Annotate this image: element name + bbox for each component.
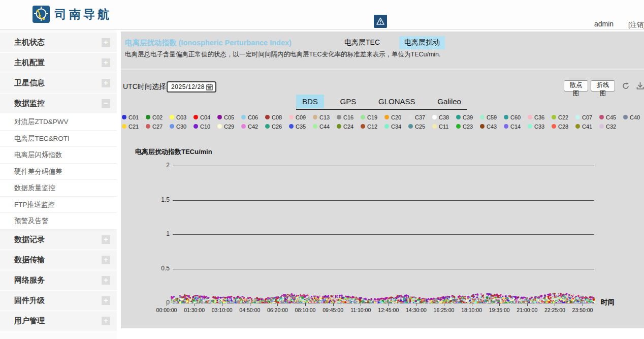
legend-item[interactable]: C26 bbox=[265, 122, 289, 130]
legend-item[interactable]: C38 bbox=[432, 113, 456, 121]
y-tick-label: 1.5 bbox=[141, 196, 170, 203]
sidebar-item[interactable]: 网络服务+ bbox=[0, 270, 117, 291]
legend-item[interactable]: C60 bbox=[504, 113, 528, 121]
legend-item[interactable]: C27 bbox=[146, 122, 170, 130]
sidebar-subitem[interactable]: 硬件差分码偏差 bbox=[0, 164, 117, 180]
calendar-icon[interactable] bbox=[206, 84, 213, 90]
legend-item[interactable]: C40 bbox=[623, 113, 644, 121]
legend-item[interactable]: C16 bbox=[337, 113, 361, 121]
legend-item[interactable]: C41 bbox=[575, 122, 599, 130]
legend-item[interactable]: C43 bbox=[480, 122, 504, 130]
sidebar-subitem[interactable]: 电离层TEC&ROTI bbox=[0, 131, 117, 147]
legend-item[interactable]: C08 bbox=[265, 113, 289, 121]
legend-item[interactable]: C42 bbox=[241, 122, 265, 130]
sidebar-item-label: 卫星信息 bbox=[14, 78, 45, 88]
legend-item[interactable]: C04 bbox=[194, 113, 217, 121]
expand-plus-icon[interactable]: + bbox=[102, 235, 110, 244]
sidebar-item[interactable]: 数据监控− bbox=[0, 94, 117, 114]
expand-plus-icon[interactable]: + bbox=[102, 38, 110, 47]
legend-item[interactable]: C28 bbox=[552, 122, 575, 130]
legend-item[interactable]: C37 bbox=[408, 113, 432, 121]
expand-plus-icon[interactable]: + bbox=[102, 79, 110, 87]
legend-color-dot bbox=[289, 115, 294, 119]
legend-item[interactable]: C29 bbox=[217, 122, 241, 130]
legend-item[interactable]: C21 bbox=[122, 122, 146, 130]
sidebar-subitem[interactable]: FTP推送监控 bbox=[0, 197, 117, 213]
refresh-icon[interactable] bbox=[622, 82, 630, 90]
sidebar-subitem[interactable]: 电离层闪烁指数 bbox=[0, 147, 117, 164]
legend-item[interactable]: C12 bbox=[361, 122, 384, 130]
legend-item[interactable]: C13 bbox=[313, 113, 337, 121]
expand-plus-icon[interactable]: + bbox=[102, 317, 110, 325]
legend-item[interactable]: C30 bbox=[170, 122, 194, 130]
line-plot-button[interactable]: 折线图 bbox=[591, 80, 615, 91]
legend-item[interactable]: C05 bbox=[217, 113, 241, 121]
sidebar-item[interactable]: 主机配置+ bbox=[0, 53, 117, 73]
legend-item[interactable]: C24 bbox=[337, 122, 361, 130]
constellation-tab[interactable]: Galileo bbox=[431, 95, 467, 108]
page-tab[interactable]: 电离层扰动 bbox=[399, 36, 445, 49]
legend-color-dot bbox=[122, 115, 126, 119]
legend-color-dot bbox=[480, 115, 485, 119]
legend-item[interactable]: C09 bbox=[289, 113, 313, 121]
legend-item[interactable]: C06 bbox=[241, 113, 265, 121]
y-axis-title: 电离层扰动指数TECu/min bbox=[135, 147, 212, 157]
sidebar-item[interactable]: 固件升级+ bbox=[0, 291, 117, 311]
expand-plus-icon[interactable]: + bbox=[102, 276, 110, 285]
expand-plus-icon[interactable]: + bbox=[102, 296, 110, 305]
sidebar-subitem[interactable]: 预警及告警 bbox=[0, 213, 117, 230]
legend-item[interactable]: C02 bbox=[146, 113, 170, 121]
warning-triangle-icon[interactable] bbox=[374, 15, 387, 28]
download-icon[interactable] bbox=[636, 82, 644, 90]
legend-label: C30 bbox=[176, 124, 186, 130]
sidebar-item[interactable]: 主机状态+ bbox=[0, 33, 117, 53]
legend-item[interactable]: C36 bbox=[528, 113, 552, 121]
legend-item[interactable]: C14 bbox=[504, 122, 528, 130]
legend-item[interactable]: C45 bbox=[599, 113, 623, 121]
sidebar-subitem[interactable]: 数据质量监控 bbox=[0, 180, 117, 197]
legend-item[interactable]: C20 bbox=[384, 113, 408, 121]
legend-item[interactable]: C32 bbox=[599, 122, 623, 130]
legend-item[interactable]: C25 bbox=[408, 122, 432, 130]
legend-item[interactable]: C39 bbox=[456, 113, 480, 121]
legend-item[interactable]: C22 bbox=[552, 113, 575, 121]
collapse-minus-icon[interactable]: − bbox=[102, 99, 110, 108]
scatter-plot-button[interactable]: 散点图 bbox=[564, 80, 588, 91]
legend-item[interactable]: C44 bbox=[313, 122, 337, 130]
sidebar-item[interactable]: 数据记录+ bbox=[0, 230, 117, 250]
legend-item[interactable]: C59 bbox=[480, 113, 504, 121]
x-tick-label: 09:45:00 bbox=[319, 307, 347, 313]
sidebar-item[interactable]: 卫星信息+ bbox=[0, 73, 117, 94]
scatter-data-points bbox=[171, 284, 595, 304]
expand-plus-icon[interactable]: + bbox=[102, 256, 110, 264]
x-tick-label: 23:50:00 bbox=[568, 307, 597, 313]
legend-item[interactable]: C01 bbox=[122, 113, 146, 121]
expand-plus-icon[interactable]: + bbox=[102, 58, 110, 67]
legend-item[interactable]: C07 bbox=[575, 113, 599, 121]
legend-item[interactable]: C23 bbox=[456, 122, 480, 130]
legend-item[interactable]: C10 bbox=[194, 122, 217, 130]
constellation-tab[interactable]: GPS bbox=[334, 95, 363, 108]
x-tick-label: 16:25:00 bbox=[430, 307, 458, 313]
legend-item[interactable]: C19 bbox=[361, 113, 384, 121]
utc-date-input[interactable]: 2025/12/28 bbox=[167, 81, 216, 93]
legend-label: C03 bbox=[176, 114, 186, 120]
sidebar-subitem[interactable]: 对流层ZTD&PWV bbox=[0, 114, 117, 131]
x-tick-label: 22:25:00 bbox=[540, 307, 569, 313]
logo: 司南导航 bbox=[33, 6, 112, 23]
constellation-tab[interactable]: GLONASS bbox=[372, 95, 422, 108]
x-tick-mark bbox=[389, 303, 389, 306]
legend-item[interactable]: C33 bbox=[528, 122, 552, 130]
sidebar-item[interactable]: 数据传输+ bbox=[0, 250, 117, 270]
legend-item[interactable]: C03 bbox=[170, 113, 194, 121]
legend-row-2: C21C27C30C10C29C42C26C35C44C24C12C34C25C… bbox=[122, 122, 644, 130]
legend-item[interactable]: C11 bbox=[432, 122, 456, 130]
legend-color-dot bbox=[432, 124, 437, 129]
sidebar-item[interactable]: 用户管理+ bbox=[0, 311, 117, 331]
legend-item[interactable]: C34 bbox=[384, 122, 408, 130]
constellation-tab[interactable]: BDS bbox=[296, 95, 324, 108]
legend-label: C36 bbox=[534, 114, 544, 120]
page-tab[interactable]: 电离层TEC bbox=[339, 36, 385, 49]
logout-link[interactable]: [注销] bbox=[628, 20, 644, 29]
legend-item[interactable]: C35 bbox=[289, 122, 313, 130]
